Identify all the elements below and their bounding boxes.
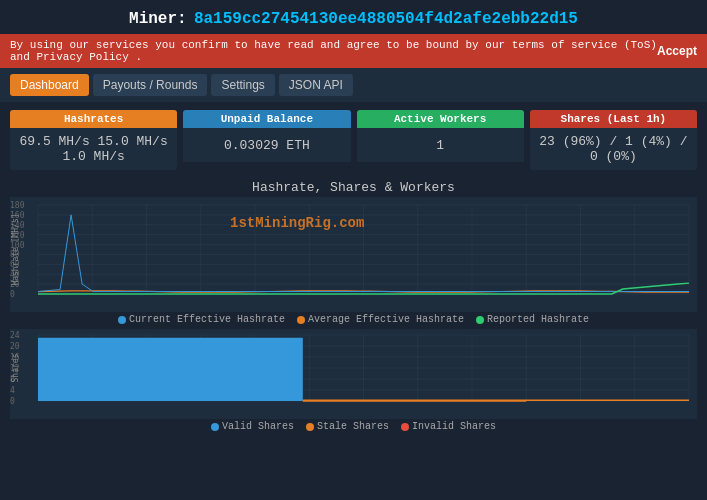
workers-value: 1 bbox=[357, 128, 524, 162]
legend-stale-label: Stale Shares bbox=[317, 421, 389, 432]
shares-header: Shares (Last 1h) bbox=[530, 110, 697, 128]
tos-message: By using our services you confirm to hav… bbox=[10, 39, 657, 63]
page-header: Miner: 8a159cc27454130ee4880504f4d2afe2e… bbox=[0, 0, 707, 34]
shares-chart bbox=[10, 329, 697, 419]
shares-card: Shares (Last 1h) 23 (96%) / 1 (4%) / 0 (… bbox=[530, 110, 697, 170]
shares-chart-wrapper bbox=[10, 329, 697, 419]
accept-button[interactable]: Accept bbox=[657, 44, 697, 58]
nav-payouts-rounds[interactable]: Payouts / Rounds bbox=[93, 74, 208, 96]
workers-header: Active Workers bbox=[357, 110, 524, 128]
hashrates-header: Hashrates bbox=[10, 110, 177, 128]
nav-dashboard[interactable]: Dashboard bbox=[10, 74, 89, 96]
tos-bar: By using our services you confirm to hav… bbox=[0, 34, 707, 68]
workers-card: Active Workers 1 bbox=[357, 110, 524, 170]
miner-label: Miner: bbox=[129, 10, 187, 28]
stats-row: Hashrates 69.5 MH/s 15.0 MH/s 1.0 MH/s U… bbox=[0, 102, 707, 178]
hashrate-chart-wrapper: 1stMiningRig.com bbox=[10, 197, 697, 312]
hashrate-chart bbox=[10, 197, 697, 312]
legend-invalid: Invalid Shares bbox=[401, 421, 496, 432]
legend-stale: Stale Shares bbox=[306, 421, 389, 432]
legend-stale-dot bbox=[306, 423, 314, 431]
legend-invalid-label: Invalid Shares bbox=[412, 421, 496, 432]
nav-json-api[interactable]: JSON API bbox=[279, 74, 353, 96]
nav-settings[interactable]: Settings bbox=[211, 74, 274, 96]
legend-current-dot bbox=[118, 316, 126, 324]
unpaid-header: Unpaid Balance bbox=[183, 110, 350, 128]
legend-current-label: Current Effective Hashrate bbox=[129, 314, 285, 325]
hashrates-value: 69.5 MH/s 15.0 MH/s 1.0 MH/s bbox=[10, 128, 177, 170]
navigation: Dashboard Payouts / Rounds Settings JSON… bbox=[0, 68, 707, 102]
unpaid-value: 0.03029 ETH bbox=[183, 128, 350, 162]
miner-hash: 8a159cc27454130ee4880504f4d2afe2ebb22d15 bbox=[194, 10, 578, 28]
legend-valid: Valid Shares bbox=[211, 421, 294, 432]
shares-value: 23 (96%) / 1 (4%) / 0 (0%) bbox=[530, 128, 697, 170]
legend-average-label: Average Effective Hashrate bbox=[308, 314, 464, 325]
legend-invalid-dot bbox=[401, 423, 409, 431]
shares-legend: Valid Shares Stale Shares Invalid Shares bbox=[10, 421, 697, 432]
unpaid-card: Unpaid Balance 0.03029 ETH bbox=[183, 110, 350, 170]
legend-reported-dot bbox=[476, 316, 484, 324]
hashrate-legend: Current Effective Hashrate Average Effec… bbox=[10, 314, 697, 325]
legend-reported: Reported Hashrate bbox=[476, 314, 589, 325]
hashrates-card: Hashrates 69.5 MH/s 15.0 MH/s 1.0 MH/s bbox=[10, 110, 177, 170]
legend-reported-label: Reported Hashrate bbox=[487, 314, 589, 325]
chart-title: Hashrate, Shares & Workers bbox=[10, 180, 697, 195]
legend-average-dot bbox=[297, 316, 305, 324]
legend-valid-dot bbox=[211, 423, 219, 431]
legend-current: Current Effective Hashrate bbox=[118, 314, 285, 325]
legend-average: Average Effective Hashrate bbox=[297, 314, 464, 325]
legend-valid-label: Valid Shares bbox=[222, 421, 294, 432]
chart-section: Hashrate, Shares & Workers 1stMiningRig.… bbox=[0, 178, 707, 432]
